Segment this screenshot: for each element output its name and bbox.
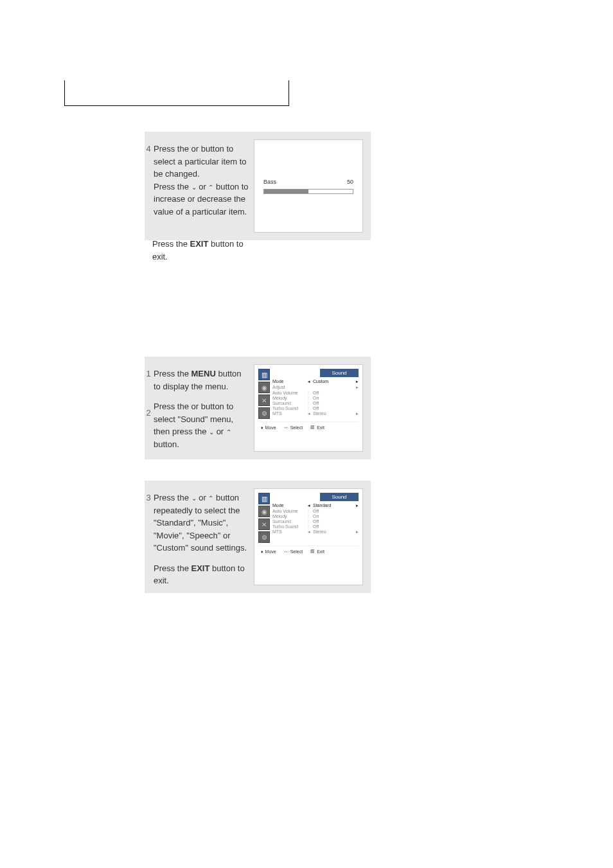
- setup-icon: ⚙: [258, 531, 270, 543]
- left-arrow-icon: :: [308, 401, 313, 405]
- text: or: [199, 182, 208, 191]
- exit-text-2: Press the EXIT button to exit.: [154, 562, 249, 587]
- text: Press the: [154, 563, 191, 573]
- menu-row-value: Off: [313, 391, 353, 395]
- text: Press the: [154, 369, 191, 378]
- bass-row: Bass 50: [263, 179, 353, 185]
- move-label: Move: [265, 549, 276, 554]
- menu-label: MENU: [191, 369, 216, 378]
- menu-row-label: Surround: [272, 519, 308, 524]
- left-arrow-icon: :: [308, 391, 313, 395]
- instruction-block: Press the MENU button to display the men…: [152, 364, 254, 452]
- menu-row-label: Auto Volume: [272, 509, 308, 513]
- sound-menu-screen-1: ▥ ◉ ✕ ⚙ Sound Mode◂Custom▸Adjust▸Auto Vo…: [254, 364, 363, 452]
- move-hint: ♦Move: [261, 549, 276, 554]
- menu-row: Mode◂Custom▸: [272, 378, 359, 384]
- right-arrow-icon: ▸: [353, 503, 359, 508]
- select-label: Select: [290, 425, 303, 430]
- title-box: [64, 80, 289, 106]
- menu-row: MTS◂Stereo▸: [272, 411, 359, 416]
- exit-label: Exit: [317, 549, 324, 554]
- exit-label: EXIT: [191, 563, 210, 573]
- menu-row-label: Surround: [272, 401, 308, 405]
- step1-text: Press the MENU button to display the men…: [154, 368, 249, 393]
- down-caret-icon: [209, 427, 214, 436]
- left-arrow-icon: ◂: [308, 529, 313, 535]
- step-3-instruction: Press the or button repeatedly to select…: [152, 488, 254, 585]
- left-arrow-icon: :: [308, 406, 313, 411]
- text: button.: [154, 439, 179, 449]
- menu-title: Sound: [320, 493, 359, 501]
- leftright-icon: ↔: [284, 425, 289, 430]
- exit-label: Exit: [317, 425, 324, 430]
- bass-label: Bass: [263, 179, 276, 185]
- menu-row: Surround:Off: [272, 518, 359, 524]
- channel-icon: ✕: [258, 394, 270, 406]
- text: or: [217, 427, 226, 436]
- menu-row: MTS◂Stereo▸: [272, 529, 359, 535]
- step-number: 3: [145, 488, 152, 585]
- exit-icon: ▥: [310, 549, 315, 554]
- menu-row-value: Off: [313, 509, 353, 513]
- exit-icon: ▥: [310, 425, 315, 430]
- step-3-section: 3 Press the or button repeatedly to sele…: [145, 481, 371, 593]
- menu-row-label: Turbo Sound: [272, 524, 308, 529]
- left-arrow-icon: ◂: [308, 379, 313, 384]
- menu-row-label: Adjust: [272, 385, 308, 390]
- menu-row-value: [313, 385, 353, 390]
- num1: 1: [145, 369, 152, 378]
- right-arrow-icon: ▸: [353, 411, 359, 416]
- slider-track: [263, 189, 353, 194]
- menu-row-value: On: [313, 396, 353, 400]
- text: Press the: [154, 493, 191, 502]
- move-hint: ♦Move: [261, 425, 276, 430]
- left-arrow-icon: :: [308, 519, 313, 524]
- right-arrow-icon: [353, 391, 359, 395]
- menu-footer: ♦Move ↔Select ▥Exit: [258, 545, 359, 554]
- text: Press the: [154, 182, 191, 191]
- menu-footer: ♦Move ↔Select ▥Exit: [258, 421, 359, 430]
- menu-title: Sound: [320, 369, 359, 377]
- up-caret-icon: [226, 427, 231, 436]
- down-caret-icon: [191, 493, 197, 502]
- exit-instruction: Press the EXIT button to exit.: [152, 238, 249, 263]
- setup-icon: ⚙: [258, 407, 270, 419]
- left-arrow-icon: :: [308, 514, 313, 518]
- exit-hint: ▥Exit: [310, 549, 324, 554]
- left-arrow-icon: ◂: [308, 503, 313, 508]
- text: or: [191, 402, 201, 411]
- num2: 2: [145, 408, 152, 418]
- step2-text: Press the or button to select "Sound" me…: [154, 400, 249, 450]
- left-arrow-icon: [308, 385, 313, 390]
- right-arrow-icon: [353, 401, 359, 405]
- step-1-2-section: 1 2 Press the MENU button to display the…: [145, 357, 371, 459]
- menu-row-value: Off: [313, 519, 353, 524]
- menu-row: Adjust▸: [272, 384, 359, 390]
- select-hint: ↔Select: [284, 549, 303, 554]
- right-arrow-icon: [353, 509, 359, 513]
- step-number: 4: [145, 139, 152, 233]
- menu-row-value: Stereo: [313, 529, 353, 535]
- menu-row-value: Stereo: [313, 411, 353, 416]
- exit-hint: ▥Exit: [310, 425, 324, 430]
- menu-row: Turbo Sound:Off: [272, 524, 359, 529]
- menu-row: Mode◂Standard▸: [272, 502, 359, 508]
- menu-row-label: Turbo Sound: [272, 406, 308, 411]
- sound-icon: ◉: [258, 506, 270, 517]
- menu-content: Sound Mode◂Standard▸Auto Volume:OffMelod…: [272, 493, 359, 543]
- step-4-instruction: Press the or button to select a particul…: [152, 139, 254, 233]
- sound-menu-screen-2: ▥ ◉ ✕ ⚙ Sound Mode◂Standard▸Auto Volume:…: [254, 488, 363, 585]
- menu-icon-column: ▥ ◉ ✕ ⚙: [258, 369, 272, 419]
- channel-icon: ✕: [258, 518, 270, 530]
- updown-icon: ♦: [261, 425, 263, 430]
- menu-row-value: On: [313, 514, 353, 518]
- picture-icon: ▥: [258, 493, 270, 504]
- right-arrow-icon: [353, 396, 359, 400]
- right-arrow-icon: [353, 519, 359, 524]
- menu-row-label: Auto Volume: [272, 391, 308, 395]
- step3-text: Press the or button repeatedly to select…: [154, 492, 249, 554]
- right-arrow-icon: ▸: [353, 529, 359, 535]
- step-number: 1 2: [145, 364, 152, 452]
- menu-icon-column: ▥ ◉ ✕ ⚙: [258, 493, 272, 543]
- menu-row-label: Mode: [272, 379, 308, 384]
